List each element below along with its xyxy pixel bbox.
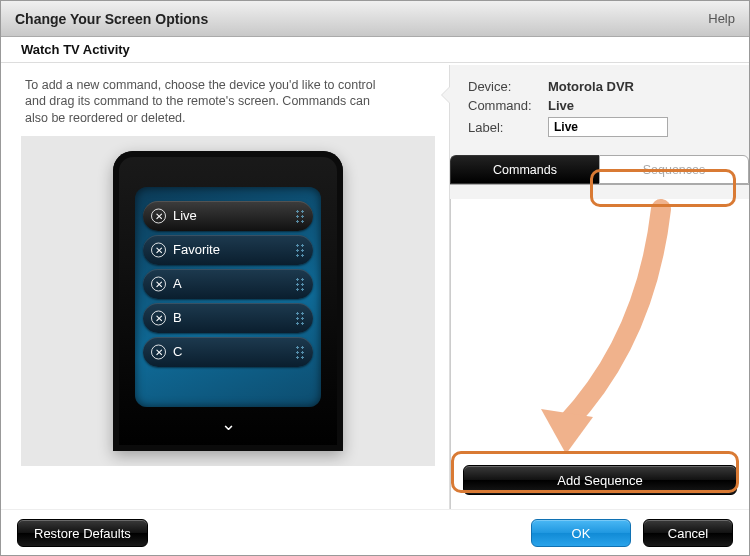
label-label: Label:: [468, 120, 548, 135]
delete-icon[interactable]: ✕: [151, 242, 166, 257]
remote-item-3[interactable]: ✕ B: [143, 303, 313, 333]
command-value: Live: [548, 98, 574, 113]
remote-item-label: B: [173, 310, 182, 325]
remote-item-1[interactable]: ✕ Favorite: [143, 235, 313, 265]
drag-handle-icon[interactable]: [295, 345, 305, 359]
field-label: Label:: [468, 117, 735, 137]
pane-notch: [442, 87, 450, 103]
add-sequence-button[interactable]: Add Sequence: [463, 465, 737, 495]
remote-item-2[interactable]: ✕ A: [143, 269, 313, 299]
window-title: Change Your Screen Options: [15, 11, 208, 27]
remote-body: ✕ Live ✕ Favorite ✕ A: [113, 151, 343, 451]
tab-commands[interactable]: Commands: [450, 155, 599, 184]
remote-preview: ✕ Live ✕ Favorite ✕ A: [21, 136, 435, 466]
drag-handle-icon[interactable]: [295, 243, 305, 257]
remote-item-label: Live: [173, 208, 197, 223]
restore-defaults-button[interactable]: Restore Defaults: [17, 519, 148, 547]
field-command: Command: Live: [468, 98, 735, 113]
delete-icon[interactable]: ✕: [151, 310, 166, 325]
drag-handle-icon[interactable]: [295, 311, 305, 325]
field-device: Device: Motorola DVR: [468, 79, 735, 94]
details-fields: Device: Motorola DVR Command: Live Label…: [450, 65, 749, 147]
remote-item-label: A: [173, 276, 182, 291]
scroll-down-icon[interactable]: ⌄: [113, 407, 343, 435]
tab-sequences[interactable]: Sequences: [599, 155, 749, 184]
delete-icon[interactable]: ✕: [151, 276, 166, 291]
remote-item-4[interactable]: ✕ C: [143, 337, 313, 367]
label-input[interactable]: [548, 117, 668, 137]
title-bar: Change Your Screen Options Help: [1, 1, 749, 37]
chevron-down-icon: ⌄: [221, 414, 236, 434]
remote-item-label: Favorite: [173, 242, 220, 257]
drag-handle-icon[interactable]: [295, 277, 305, 291]
footer: Restore Defaults OK Cancel: [1, 509, 749, 555]
delete-icon[interactable]: ✕: [151, 208, 166, 223]
remote-item-0[interactable]: ✕ Live: [143, 201, 313, 231]
tab-panel: Add Sequence: [450, 199, 749, 509]
device-value: Motorola DVR: [548, 79, 634, 94]
activity-subtitle: Watch TV Activity: [1, 37, 749, 63]
remote-screen[interactable]: ✕ Live ✕ Favorite ✕ A: [135, 187, 321, 407]
tabs: Commands Sequences: [450, 155, 749, 185]
help-link[interactable]: Help: [708, 11, 735, 26]
remote-item-label: C: [173, 344, 182, 359]
instructions-text: To add a new command, choose the device …: [19, 73, 399, 136]
command-label: Command:: [468, 98, 548, 113]
ok-button[interactable]: OK: [531, 519, 631, 547]
footer-right-buttons: OK Cancel: [531, 519, 733, 547]
delete-icon[interactable]: ✕: [151, 344, 166, 359]
cancel-button[interactable]: Cancel: [643, 519, 733, 547]
right-pane: Device: Motorola DVR Command: Live Label…: [449, 65, 749, 509]
device-label: Device:: [468, 79, 548, 94]
left-pane: To add a new command, choose the device …: [1, 65, 449, 509]
dialog-window: Change Your Screen Options Help Watch TV…: [0, 0, 750, 556]
content-area: To add a new command, choose the device …: [1, 65, 749, 509]
drag-handle-icon[interactable]: [295, 209, 305, 223]
